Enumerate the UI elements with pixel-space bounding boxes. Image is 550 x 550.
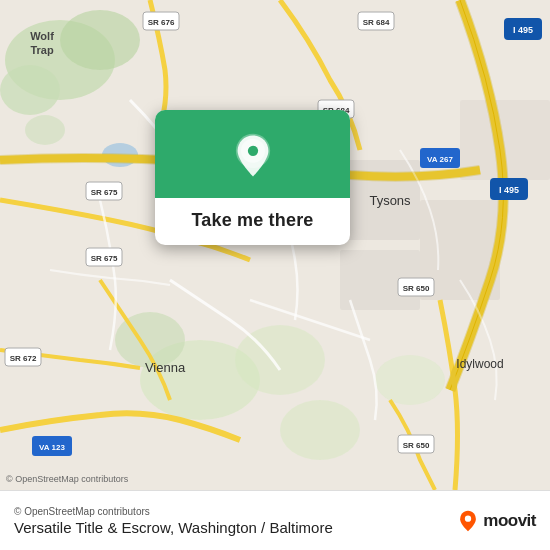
svg-text:SR 672: SR 672 xyxy=(10,354,37,363)
svg-text:SR 650: SR 650 xyxy=(403,284,430,293)
svg-point-3 xyxy=(60,10,140,70)
svg-text:SR 684: SR 684 xyxy=(363,18,390,27)
svg-point-49 xyxy=(247,146,257,156)
svg-point-8 xyxy=(280,400,360,460)
svg-text:Trap: Trap xyxy=(30,44,54,56)
svg-text:Tysons: Tysons xyxy=(369,193,411,208)
svg-text:Idylwood: Idylwood xyxy=(456,357,503,371)
popup-header xyxy=(155,110,350,198)
take-me-there-button[interactable]: Take me there xyxy=(173,198,331,245)
svg-text:Wolf: Wolf xyxy=(30,30,54,42)
bottom-bar: © OpenStreetMap contributors Versatile T… xyxy=(0,490,550,550)
svg-text:I 495: I 495 xyxy=(513,25,533,35)
svg-text:© OpenStreetMap contributors: © OpenStreetMap contributors xyxy=(6,474,129,484)
location-name: Versatile Title & Escrow, Washington / B… xyxy=(14,519,333,536)
svg-text:Vienna: Vienna xyxy=(145,360,186,375)
svg-text:VA 267: VA 267 xyxy=(427,155,453,164)
map-container: I 495 I 495 VA 267 VA 267 SR 676 SR 684 … xyxy=(0,0,550,490)
svg-point-2 xyxy=(0,65,60,115)
svg-point-9 xyxy=(375,355,445,405)
moovit-text: moovit xyxy=(483,511,536,531)
bottom-text-col: © OpenStreetMap contributors Versatile T… xyxy=(14,506,333,536)
location-pin-icon xyxy=(229,132,277,180)
moovit-pin-icon xyxy=(457,510,479,532)
bottom-content: © OpenStreetMap contributors Versatile T… xyxy=(14,506,536,536)
svg-text:SR 676: SR 676 xyxy=(148,18,175,27)
svg-text:SR 675: SR 675 xyxy=(91,254,118,263)
moovit-logo: moovit xyxy=(457,510,536,532)
svg-text:SR 675: SR 675 xyxy=(91,188,118,197)
svg-text:VA 123: VA 123 xyxy=(39,443,65,452)
svg-point-50 xyxy=(465,515,471,521)
svg-text:SR 650: SR 650 xyxy=(403,441,430,450)
popup-callout[interactable]: Take me there xyxy=(155,110,350,245)
svg-point-4 xyxy=(25,115,65,145)
osm-credit: © OpenStreetMap contributors xyxy=(14,506,333,517)
svg-text:I 495: I 495 xyxy=(499,185,519,195)
